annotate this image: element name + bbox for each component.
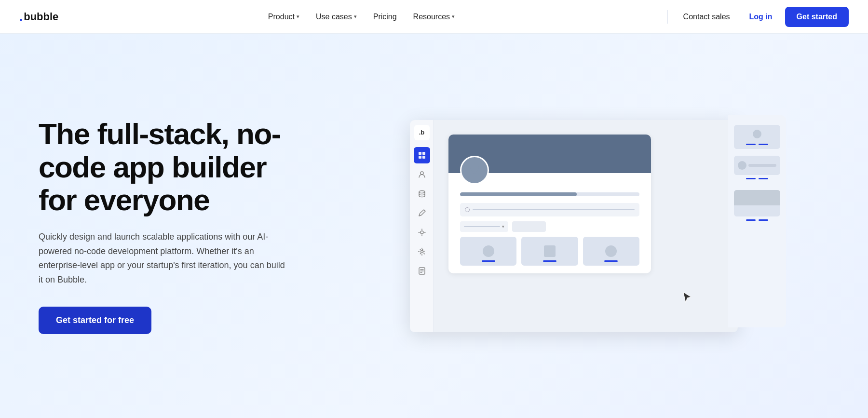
mockup-wire-line — [759, 144, 768, 145]
mockup-logo-text: .b — [419, 129, 425, 136]
nav-product[interactable]: Product ▾ — [261, 9, 306, 25]
contact-sales-button[interactable]: Contact sales — [677, 9, 737, 25]
mockup-profile-header — [448, 135, 651, 173]
nav-product-label: Product — [268, 13, 295, 21]
mockup-wire-line — [746, 219, 756, 221]
mockup-wire-line — [759, 178, 768, 179]
hero-subtitle: Quickly design and launch scalable appli… — [39, 230, 289, 287]
mockup-sidebar-tools — [414, 147, 430, 163]
mockup-controls-row: ▾ — [460, 221, 639, 232]
mockup-canvas: ▾ — [434, 120, 738, 332]
nav-pricing[interactable]: Pricing — [366, 9, 404, 25]
mockup-card-3 — [583, 237, 639, 266]
mockup-card-1 — [460, 237, 516, 266]
nav-center: Product ▾ Use cases ▾ Pricing Resources … — [261, 9, 461, 25]
mockup-progress-bar — [460, 192, 639, 196]
mockup-avatar — [460, 156, 489, 185]
nav-divider — [667, 10, 668, 24]
logo-text: bubble — [24, 11, 58, 23]
mockup-pill — [512, 221, 546, 232]
svg-point-6 — [420, 231, 423, 234]
mockup-wire-bar — [748, 164, 776, 167]
mockup-editor: .b — [410, 120, 738, 332]
svg-point-7 — [420, 250, 423, 253]
app-mockup: .b — [410, 115, 757, 337]
get-started-nav-button[interactable]: Get started — [785, 7, 849, 27]
mockup-wire-underlines-2 — [734, 219, 780, 221]
mockup-wire-image-inner — [734, 190, 780, 205]
nav-pricing-label: Pricing — [373, 13, 397, 21]
logo-dot: . — [19, 9, 23, 24]
mockup-logo: .b — [414, 125, 430, 140]
chevron-down-icon: ▾ — [452, 13, 455, 20]
mockup-sidebar-settings — [414, 243, 430, 260]
mockup-card-2 — [521, 237, 578, 266]
mockup-wire-line — [759, 219, 768, 221]
hero-title: The full-stack, no-code app builder for … — [39, 118, 309, 216]
mockup-card-underline — [482, 260, 495, 262]
mockup-progress-fill — [460, 192, 577, 196]
mockup-wire-line — [746, 144, 756, 145]
mockup-wire-image — [734, 190, 780, 216]
hero-section: The full-stack, no-code app builder for … — [0, 34, 868, 418]
svg-rect-0 — [419, 152, 421, 155]
mockup-cards-row — [460, 237, 639, 266]
mockup-profile-card: ▾ — [448, 135, 651, 273]
mockup-wire-circle — [738, 161, 746, 170]
svg-rect-2 — [419, 156, 421, 159]
dropdown-line — [464, 226, 500, 227]
mockup-wire-item-3 — [734, 190, 780, 221]
svg-rect-3 — [422, 156, 425, 159]
mockup-wire-item-1 — [734, 125, 780, 149]
mockup-sidebar-document — [414, 263, 430, 279]
mockup-sidebar-pencil — [414, 205, 430, 221]
svg-point-5 — [419, 190, 425, 193]
mockup-card-circle — [483, 245, 494, 257]
hero-left: The full-stack, no-code app builder for … — [39, 118, 328, 334]
nav-use-cases-label: Use cases — [316, 13, 352, 21]
mockup-sidebar-plugin — [414, 224, 430, 241]
logo[interactable]: . bubble — [19, 9, 58, 24]
mockup-sidebar: .b — [410, 120, 434, 332]
chevron-down-icon: ▾ — [502, 224, 504, 229]
svg-rect-1 — [422, 152, 425, 155]
mockup-profile-body: ▾ — [448, 173, 651, 273]
mockup-wire-circle — [753, 130, 761, 138]
mockup-right-panel — [728, 115, 786, 327]
search-line — [473, 209, 635, 210]
mockup-sidebar-database — [414, 186, 430, 202]
svg-point-9 — [470, 163, 479, 172]
mockup-search-bar — [460, 203, 639, 216]
nav-resources-label: Resources — [413, 13, 450, 21]
nav-use-cases[interactable]: Use cases ▾ — [309, 9, 364, 25]
mockup-wire-block — [734, 125, 780, 149]
chevron-down-icon: ▾ — [297, 13, 299, 20]
hero-cta-button[interactable]: Get started for free — [39, 307, 151, 334]
nav-right: Contact sales Log in Get started — [665, 7, 849, 27]
mockup-wire-block-sm — [734, 156, 780, 175]
mockup-cursor — [682, 291, 692, 306]
mockup-card-circle — [605, 245, 617, 257]
mockup-card-underline — [604, 260, 618, 262]
mockup-wire-underlines — [734, 178, 780, 179]
mockup-wire-item-2 — [734, 156, 780, 179]
mockup-wire-line — [746, 178, 756, 179]
mockup-sidebar-users — [414, 166, 430, 183]
navbar: . bubble Product ▾ Use cases ▾ Pricing R… — [0, 0, 868, 34]
hero-right: .b — [328, 101, 839, 351]
mockup-dropdown: ▾ — [460, 221, 508, 232]
svg-point-10 — [468, 173, 481, 180]
mockup-card-underline — [543, 260, 556, 262]
nav-resources[interactable]: Resources ▾ — [407, 9, 461, 25]
login-button[interactable]: Log in — [743, 9, 779, 25]
svg-point-4 — [420, 172, 423, 175]
chevron-down-icon: ▾ — [354, 13, 357, 20]
mockup-card-rect — [544, 245, 556, 257]
search-icon — [465, 207, 470, 212]
